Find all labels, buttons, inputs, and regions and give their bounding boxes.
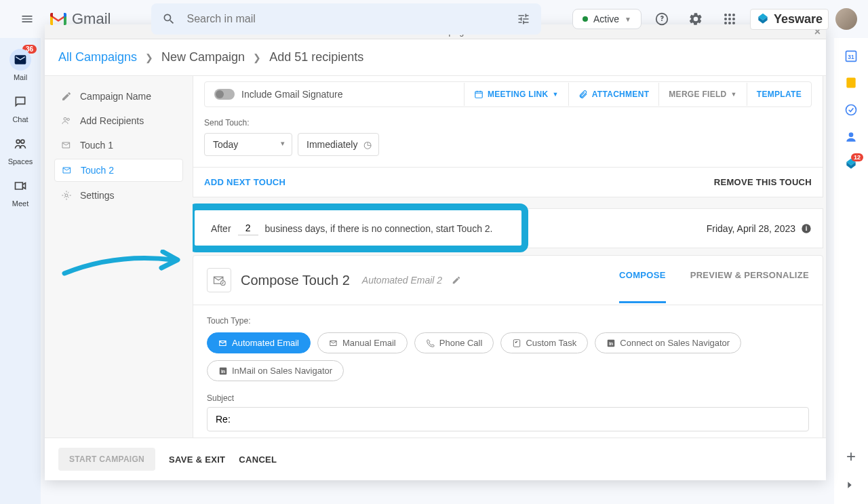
gmail-side-panel: 31 12 + (834, 38, 868, 504)
chevron-right-icon[interactable] (844, 480, 858, 493)
breadcrumb-add: Add 51 recipients (269, 50, 363, 64)
chat-icon (14, 95, 27, 109)
phone-icon (426, 338, 435, 348)
spaces-icon (14, 137, 27, 151)
svg-point-10 (21, 140, 24, 143)
calendar-icon[interactable]: 31 (844, 49, 858, 62)
keep-icon[interactable] (844, 76, 858, 90)
rail-mail[interactable]: 36 Mail (0, 49, 41, 81)
contacts-icon[interactable] (844, 130, 858, 144)
tune-icon[interactable] (517, 12, 530, 26)
svg-point-5 (732, 18, 735, 20)
search-input[interactable] (186, 13, 517, 25)
hamburger-icon[interactable] (11, 3, 43, 35)
tab-preview[interactable]: PREVIEW & PERSONALIZE (690, 270, 809, 291)
pencil-icon (61, 91, 72, 102)
pill-phone-call[interactable]: Phone Call (414, 332, 494, 353)
breadcrumb: All Campaigns ❯ New Campaign ❯ Add 51 re… (45, 39, 826, 76)
mail-send-icon (62, 165, 73, 176)
sidebar-recipients-label: Add Recipients (80, 115, 144, 126)
svg-point-4 (728, 18, 731, 20)
send-time-select[interactable]: Immediately (298, 133, 379, 156)
sidebar-item-touch2[interactable]: Touch 2 (54, 159, 183, 182)
sidebar-touch1-label: Touch 1 (80, 140, 113, 151)
compose-icon (207, 268, 231, 292)
signature-toggle[interactable] (214, 89, 235, 100)
chevron-right-icon: ❯ (253, 52, 261, 63)
task-icon (512, 338, 521, 348)
sidebar-name-label: Campaign Name (80, 91, 151, 102)
mail-icon (218, 338, 228, 348)
yesware-side-icon[interactable]: 12 (844, 157, 858, 171)
delay-suffix-label: business days, if there is no connection… (265, 223, 493, 234)
cancel-link[interactable]: CANCEL (239, 454, 277, 465)
apps-icon[interactable] (716, 5, 743, 33)
save-exit-link[interactable]: SAVE & EXIT (169, 454, 225, 465)
tasks-icon[interactable] (844, 103, 858, 117)
meeting-link-button[interactable]: MEETING LINK ▼ (464, 83, 568, 106)
svg-point-9 (16, 140, 20, 143)
svg-text:i: i (806, 225, 808, 232)
sidebar-item-name[interactable]: Campaign Name (54, 85, 183, 107)
sidebar-item-touch1[interactable]: Touch 1 (54, 134, 183, 156)
svg-point-17 (67, 118, 69, 120)
svg-point-15 (849, 132, 854, 137)
sidebar: Campaign Name Add Recipients Touch 1 Tou… (45, 76, 193, 438)
pill-manual-email[interactable]: Manual Email (317, 332, 408, 353)
status-text: Active (593, 14, 619, 24)
attachment-button[interactable]: ATTACHMENT (568, 83, 659, 106)
mail-send-icon (61, 140, 72, 151)
linkedin-icon: in (218, 366, 228, 376)
gmail-logo[interactable]: Gmail (49, 10, 111, 28)
rail-spaces-label: Spaces (8, 157, 33, 166)
send-when-select[interactable]: Today (204, 133, 292, 156)
gmail-logo-text: Gmail (72, 10, 111, 28)
tab-compose[interactable]: COMPOSE (619, 270, 666, 303)
remove-touch-link[interactable]: REMOVE THIS TOUCH (714, 177, 812, 187)
delay-date-text: Friday, April 28, 2023 (707, 223, 795, 234)
touch2-panel: Compose Touch 2 Automated Email 2 COMPOS… (193, 255, 823, 438)
add-icon[interactable]: + (846, 447, 856, 466)
touch-actions-row: ADD NEXT TOUCH REMOVE THIS TOUCH (193, 167, 823, 197)
breadcrumb-all[interactable]: All Campaigns (58, 50, 137, 64)
pencil-icon[interactable] (452, 275, 461, 285)
pill-inmail-navigator[interactable]: in InMail on Sales Navigator (207, 360, 344, 381)
pill-connect-navigator[interactable]: in Connect on Sales Navigator (595, 332, 741, 353)
calendar-icon (474, 90, 484, 99)
mail-icon (14, 53, 27, 66)
svg-text:31: 31 (848, 54, 854, 60)
subject-input[interactable] (207, 407, 809, 431)
rail-meet-label: Meet (12, 199, 28, 208)
start-campaign-button[interactable]: START CAMPAIGN (58, 448, 155, 471)
help-icon[interactable] (648, 5, 675, 33)
pill-custom-task[interactable]: Custom Task (500, 332, 588, 353)
template-button[interactable]: TEMPLATE (747, 83, 811, 106)
add-next-touch-link[interactable]: ADD NEXT TOUCH (204, 177, 285, 187)
svg-rect-23 (514, 339, 520, 347)
touch-type-label: Touch Type: (207, 316, 809, 326)
rail-spaces[interactable]: Spaces (0, 133, 41, 166)
delay-days-input[interactable] (238, 221, 258, 235)
pill-automated-email[interactable]: Automated Email (207, 332, 311, 353)
sidebar-touch2-label: Touch 2 (81, 165, 114, 176)
sidebar-item-settings[interactable]: Settings (54, 185, 183, 206)
chevron-down-icon: ▼ (731, 91, 737, 98)
rail-mail-label: Mail (14, 73, 27, 81)
svg-rect-19 (475, 92, 483, 98)
yesware-brand[interactable]: Yesware (750, 9, 829, 30)
info-icon[interactable]: i (801, 223, 812, 234)
settings-icon[interactable] (682, 5, 709, 33)
rail-meet[interactable]: Meet (0, 175, 41, 208)
status-dot-icon (583, 16, 588, 22)
avatar[interactable] (835, 8, 857, 30)
send-touch-label: Send Touch: (204, 118, 812, 128)
status-pill[interactable]: Active ▼ (572, 9, 642, 29)
search-bar[interactable] (151, 3, 541, 35)
sidebar-item-recipients[interactable]: Add Recipients (54, 110, 183, 132)
merge-field-button[interactable]: MERGE FIELD ▼ (658, 83, 747, 106)
compose-toolbar: Include Gmail Signature MEETING LINK ▼ A… (204, 81, 812, 107)
paperclip-icon (578, 90, 588, 99)
rail-chat[interactable]: Chat (0, 91, 41, 123)
modal-footer: START CAMPAIGN SAVE & EXIT CANCEL (45, 438, 826, 480)
signature-label: Include Gmail Signature (241, 89, 342, 100)
